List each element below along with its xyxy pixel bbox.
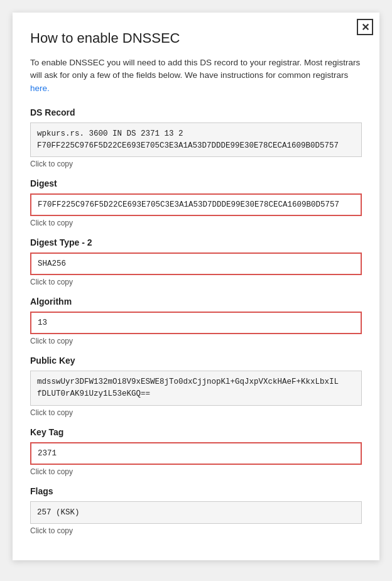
public-key-copy[interactable]: Click to copy bbox=[30, 408, 362, 417]
intro-text: To enable DNSSEC you will need to add th… bbox=[30, 58, 360, 80]
algorithm-value[interactable]: 13 bbox=[30, 312, 362, 334]
section-flags: Flags 257 (KSK) Click to copy bbox=[30, 486, 362, 535]
digest-label: Digest bbox=[30, 178, 362, 188]
algorithm-copy[interactable]: Click to copy bbox=[30, 337, 362, 345]
flags-value[interactable]: 257 (KSK) bbox=[30, 501, 362, 524]
section-public-key: Public Key mdsswUyr3DFW132mOi8V9xESWE8jT… bbox=[30, 356, 362, 417]
section-ds-record: DS Record wpkurs.rs. 3600 IN DS 2371 13 … bbox=[30, 107, 362, 169]
section-algorithm: Algorithm 13 Click to copy bbox=[30, 296, 362, 345]
digest-value[interactable]: F70FF225C976F5D22CE693E705C3E3A1A53D7DDD… bbox=[30, 193, 362, 216]
dialog-title: How to enable DNSSEC bbox=[30, 30, 362, 46]
close-button[interactable]: ✕ bbox=[357, 19, 373, 35]
key-tag-label: Key Tag bbox=[30, 427, 362, 437]
digest-copy[interactable]: Click to copy bbox=[30, 219, 362, 227]
flags-label: Flags bbox=[30, 486, 362, 496]
digest-type-label: Digest Type - 2 bbox=[30, 237, 362, 247]
key-tag-copy[interactable]: Click to copy bbox=[30, 467, 362, 476]
ds-record-value[interactable]: wpkurs.rs. 3600 IN DS 2371 13 2 F70FF225… bbox=[30, 122, 362, 158]
ds-record-label: DS Record bbox=[30, 107, 362, 117]
ds-record-copy[interactable]: Click to copy bbox=[30, 160, 362, 168]
digest-type-value[interactable]: SHA256 bbox=[30, 252, 362, 275]
intro-paragraph: To enable DNSSEC you will need to add th… bbox=[30, 57, 362, 95]
dnssec-dialog: ✕ How to enable DNSSEC To enable DNSSEC … bbox=[13, 13, 379, 560]
section-digest: Digest F70FF225C976F5D22CE693E705C3E3A1A… bbox=[30, 178, 362, 227]
key-tag-value[interactable]: 2371 bbox=[30, 442, 362, 465]
algorithm-label: Algorithm bbox=[30, 296, 362, 307]
digest-type-copy[interactable]: Click to copy bbox=[30, 278, 362, 286]
flags-copy[interactable]: Click to copy bbox=[30, 526, 362, 535]
section-digest-type: Digest Type - 2 SHA256 Click to copy bbox=[30, 237, 362, 286]
here-link[interactable]: here. bbox=[30, 84, 50, 93]
public-key-label: Public Key bbox=[30, 356, 362, 366]
section-key-tag: Key Tag 2371 Click to copy bbox=[30, 427, 362, 476]
public-key-value[interactable]: mdsswUyr3DFW132mOi8V9xESWE8jTo0dxCjjnopK… bbox=[30, 371, 362, 406]
